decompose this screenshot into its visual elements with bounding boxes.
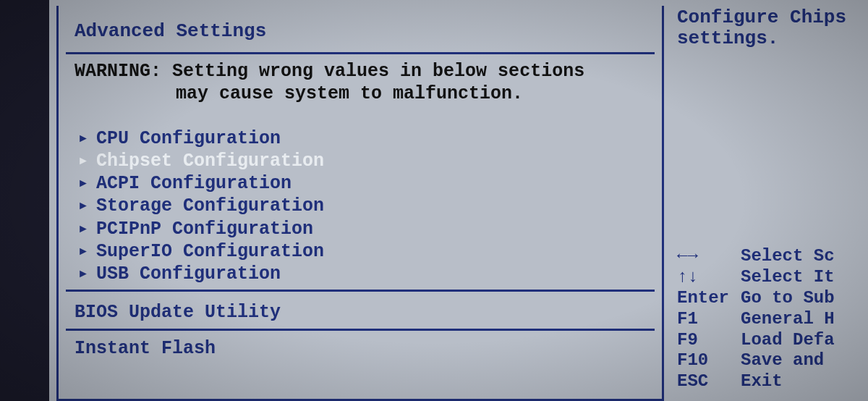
- menu-item-cpu-configuration[interactable]: ▸CPU Configuration: [75, 127, 662, 150]
- key-help-desc: Exit: [741, 371, 868, 392]
- submenu-arrow-icon: ▸: [77, 195, 89, 217]
- help-desc-line2: settings.: [677, 28, 862, 49]
- warning-line2: may cause system to malfunction.: [75, 83, 662, 105]
- key-help-key: ↑↓: [677, 267, 741, 288]
- key-help-row: EnterGo to Sub: [677, 288, 868, 309]
- menu-item-label: CPU Configuration: [96, 127, 281, 150]
- warning-line1: Setting wrong values in below sections: [172, 61, 584, 82]
- menu-item-superio-configuration[interactable]: ▸SuperIO Configuration: [75, 240, 662, 263]
- key-help-desc: General H: [741, 309, 868, 330]
- submenu-arrow-icon: ▸: [77, 150, 89, 172]
- key-help-row: F10Save and: [677, 350, 868, 371]
- menu-item-instant-flash[interactable]: Instant Flash: [59, 338, 662, 359]
- key-help-row: F9Load Defa: [677, 330, 868, 351]
- help-pane: Configure Chips settings. ←→Select Sc↑↓S…: [664, 0, 868, 401]
- key-help-desc: Select It: [741, 267, 868, 288]
- menu-item-label: USB Configuration: [96, 263, 281, 285]
- key-help-key: F9: [677, 330, 741, 351]
- bios-frame: Advanced Settings WARNING: Setting wrong…: [49, 0, 868, 401]
- key-help-desc: Go to Sub: [741, 288, 868, 309]
- warning-text: WARNING: Setting wrong values in below s…: [59, 60, 662, 106]
- key-help-key: Enter: [677, 288, 741, 309]
- menu-item-chipset-configuration[interactable]: ▸Chipset Configuration: [75, 150, 662, 172]
- menu-item-label: PCIPnP Configuration: [96, 218, 313, 240]
- menu-item-pcipnp-configuration[interactable]: ▸PCIPnP Configuration: [75, 218, 662, 240]
- key-help-key: ESC: [677, 371, 741, 392]
- page-title: Advanced Settings: [59, 6, 662, 48]
- key-help-desc: Save and: [741, 350, 868, 371]
- advanced-menu: ▸CPU Configuration▸Chipset Configuration…: [59, 127, 662, 286]
- menu-item-label: Storage Configuration: [96, 195, 324, 217]
- key-help-row: ↑↓Select It: [677, 267, 868, 288]
- main-pane: Advanced Settings WARNING: Setting wrong…: [56, 6, 664, 401]
- help-desc-line1: Configure Chips: [677, 7, 862, 28]
- divider: [66, 52, 655, 54]
- divider: [66, 290, 655, 292]
- key-help-row: ESCExit: [677, 371, 868, 392]
- help-description: Configure Chips settings.: [677, 7, 862, 48]
- menu-item-label: SuperIO Configuration: [96, 240, 324, 263]
- divider: [66, 329, 655, 331]
- submenu-arrow-icon: ▸: [77, 263, 89, 285]
- key-help-desc: Load Defa: [741, 330, 868, 351]
- key-help-list: ←→Select Sc↑↓Select ItEnterGo to SubF1Ge…: [677, 246, 868, 392]
- menu-item-storage-configuration[interactable]: ▸Storage Configuration: [75, 195, 662, 217]
- warning-label: WARNING:: [75, 61, 161, 82]
- menu-item-acpi-configuration[interactable]: ▸ACPI Configuration: [75, 172, 662, 195]
- key-help-desc: Select Sc: [741, 246, 868, 267]
- menu-item-usb-configuration[interactable]: ▸USB Configuration: [75, 263, 662, 285]
- key-help-row: F1General H: [677, 309, 868, 330]
- submenu-arrow-icon: ▸: [77, 218, 89, 240]
- key-help-key: ←→: [677, 246, 741, 267]
- menu-item-label: ACPI Configuration: [96, 172, 292, 195]
- submenu-arrow-icon: ▸: [77, 172, 89, 195]
- section-bios-update: BIOS Update Utility: [59, 302, 662, 323]
- submenu-arrow-icon: ▸: [77, 127, 89, 150]
- key-help-row: ←→Select Sc: [677, 246, 868, 267]
- menu-item-label: Chipset Configuration: [96, 150, 324, 172]
- submenu-arrow-icon: ▸: [77, 240, 89, 263]
- key-help-key: F1: [677, 309, 741, 330]
- key-help-key: F10: [677, 350, 741, 371]
- bios-screen: Advanced Settings WARNING: Setting wrong…: [0, 0, 868, 401]
